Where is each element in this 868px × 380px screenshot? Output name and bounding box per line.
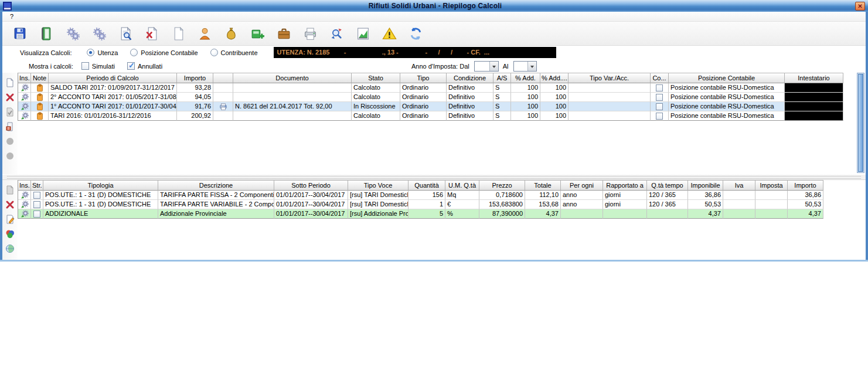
window-border-left [0, 12, 2, 262]
voice-row[interactable]: POS.UTE.: 1 - 31 (D) DOMESTICHETARIFFA P… [18, 200, 823, 209]
anno-dal-combo[interactable] [474, 61, 499, 72]
col-perc-add-2[interactable]: % Add.... [540, 73, 569, 83]
document-delete-icon[interactable] [144, 25, 160, 42]
col-imponibile[interactable]: Imponibile [688, 180, 723, 191]
col-tipo-voce[interactable]: Tipo Voce [348, 180, 409, 191]
col-documento[interactable]: Documento [233, 73, 352, 83]
calc-row[interactable]: TARI 2016: 01/01/2016-31/12/2016200,92Ca… [18, 111, 843, 121]
cell-checkbox[interactable] [31, 209, 43, 219]
col-tipo-var-acc[interactable]: Tipo Var./Acc. [569, 73, 651, 83]
col-doc[interactable] [213, 73, 233, 83]
document-disabled-icon[interactable] [5, 185, 15, 195]
document-preview-icon[interactable] [117, 25, 134, 42]
calc-row[interactable]: 1° ACCONTO TARI 2017: 01/01/2017-30/04/9… [18, 102, 843, 111]
col-ins[interactable]: Ins. [18, 180, 31, 191]
cell-checkbox[interactable] [31, 191, 43, 200]
col-perc-add[interactable]: % Add. [511, 73, 540, 83]
refresh-icon[interactable] [407, 25, 424, 42]
show-option-simulati[interactable]: Simulati [81, 62, 115, 70]
edit-document-icon[interactable] [5, 214, 15, 224]
anno-dal-value [475, 62, 489, 71]
titlebar: Rifiuti Solidi Urbani - Riepilogo Calcol… [0, 0, 868, 12]
col-um-qta[interactable]: U.M. Q.tà [445, 180, 479, 191]
gears-alt-icon[interactable] [91, 25, 107, 42]
close-button[interactable]: ✕ [855, 2, 865, 11]
splitter[interactable] [2, 174, 866, 180]
colors-icon[interactable] [5, 229, 15, 239]
calc-row[interactable]: SALDO TARI 2017: 01/09/2017-31/12/201793… [18, 83, 843, 93]
circle-disabled-icon[interactable] [5, 151, 15, 161]
archive-icon[interactable] [38, 25, 55, 42]
view-option-posizione-contabile[interactable]: Posizione Contabile [130, 49, 198, 56]
calcoli-table-scrollbar[interactable] [857, 73, 864, 173]
cell-periodo: SALDO TARI 2017: 01/09/2017-31/12/2017 [49, 83, 177, 93]
col-ins[interactable]: Ins. [18, 73, 31, 83]
cell-tipo-voce: [rsu] Addizionale Provinciale [348, 209, 409, 219]
add-box-icon[interactable] [249, 25, 265, 42]
briefcase-icon[interactable] [275, 25, 292, 42]
menu-help[interactable]: ? [10, 13, 13, 20]
cell-checkbox[interactable] [651, 93, 669, 102]
circle-disabled-icon[interactable] [5, 136, 15, 146]
new-document-icon[interactable] [5, 77, 15, 87]
col-note[interactable]: Note [31, 73, 49, 83]
col-prezzo[interactable]: Prezzo [479, 180, 525, 191]
col-a-s[interactable]: A/S [493, 73, 511, 83]
anno-al-combo[interactable] [513, 61, 537, 72]
redacted-intestatario [785, 93, 843, 102]
col-totale[interactable]: Totale [525, 180, 561, 191]
gears-icon[interactable] [64, 25, 81, 42]
col-imposta[interactable]: Imposta [755, 180, 788, 191]
person-icon[interactable] [196, 25, 213, 42]
cell-posizione-contabile: Posizione contabile RSU-Domestica [669, 83, 785, 93]
cell-checkbox[interactable] [651, 102, 669, 111]
save-icon[interactable] [12, 25, 28, 42]
cell-um-qta: € [445, 200, 479, 209]
delete-icon[interactable] [5, 92, 15, 102]
cell-checkbox[interactable] [31, 200, 43, 209]
chart-icon[interactable] [355, 25, 371, 42]
col-iva[interactable]: Iva [723, 180, 755, 191]
col-importo[interactable]: Importo [177, 73, 213, 83]
col-sotto-periodo[interactable]: Sotto Periodo [274, 180, 348, 191]
col-intestatario[interactable]: Intestatario [785, 73, 843, 83]
show-option-annullati[interactable]: Annullati [127, 62, 162, 70]
export-document-icon[interactable] [5, 121, 15, 131]
col-stato[interactable]: Stato [352, 73, 400, 83]
view-option-contribuente[interactable]: Contribuente [210, 49, 258, 56]
delete-icon[interactable] [5, 199, 15, 209]
voice-row[interactable]: POS.UTE.: 1 - 31 (D) DOMESTICHETARIFFA P… [18, 191, 823, 200]
cell-checkbox[interactable] [651, 83, 669, 93]
col-rapportato-a[interactable]: Rapportato a [603, 180, 647, 191]
col-tipo[interactable]: Tipo [400, 73, 447, 83]
money-bag-icon[interactable] [223, 25, 239, 42]
col-descrizione[interactable]: Descrizione [158, 180, 274, 191]
mostra-label: Mostra i calcoli: [29, 63, 73, 70]
col-condizione[interactable]: Condizione [447, 73, 493, 83]
col-importo[interactable]: Importo [788, 180, 823, 191]
insert-gear-icon [18, 191, 31, 200]
col-periodo[interactable]: Periodo di Calcolo [49, 73, 177, 83]
col-co[interactable]: Co... [651, 73, 669, 83]
note-icon [31, 93, 49, 102]
view-option-utenza[interactable]: Utenza [87, 49, 118, 56]
warning-icon[interactable] [381, 25, 397, 42]
col-tipologia[interactable]: Tipologia [43, 180, 158, 191]
search-exchange-icon[interactable] [328, 25, 345, 42]
print-icon[interactable] [302, 25, 318, 42]
scrollbar-thumb[interactable] [858, 74, 863, 172]
document-blank-icon[interactable] [170, 25, 186, 42]
voice-row[interactable]: ADDIZIONALEAddizionale Provinciale01/01/… [18, 209, 823, 219]
col-qta-tempo[interactable]: Q.tà tempo [647, 180, 688, 191]
col-str[interactable]: Str. [31, 180, 43, 191]
globe-icon[interactable] [5, 243, 15, 253]
col-per-ogni[interactable]: Per ogni [561, 180, 603, 191]
anno-al-dropdown-icon[interactable] [527, 62, 536, 71]
col-posizione-contabile[interactable]: Posizione Contabile [669, 73, 785, 83]
cell-tipologia: ADDIZIONALE [43, 209, 158, 219]
calc-row[interactable]: 2° ACCONTO TARI 2017: 01/05/2017-31/08/9… [18, 93, 843, 102]
col-quantita[interactable]: Quantità [409, 180, 445, 191]
approve-disabled-icon[interactable] [5, 107, 15, 117]
cell-checkbox[interactable] [651, 111, 669, 121]
anno-dal-dropdown-icon[interactable] [489, 62, 498, 71]
